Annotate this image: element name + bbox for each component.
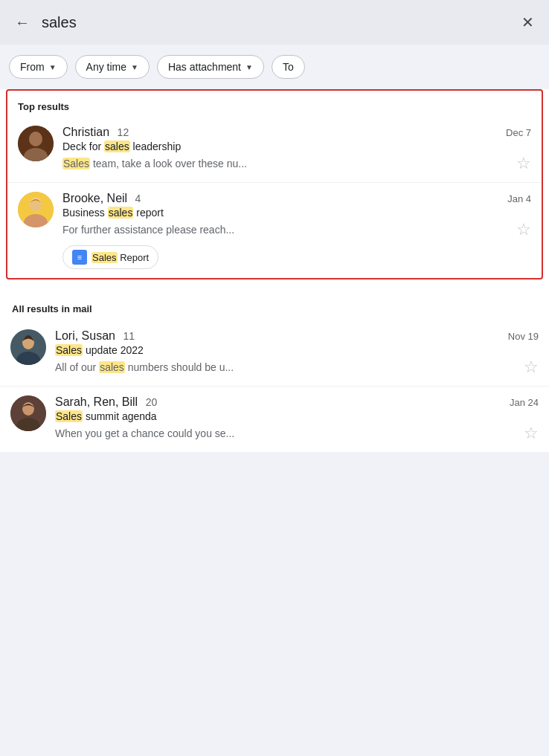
mail-date: Jan 24 xyxy=(510,397,539,408)
sender-info: Sarah, Ren, Bill 20 xyxy=(55,395,157,409)
search-input[interactable] xyxy=(42,14,510,31)
mail-item-brooke-neil[interactable]: Brooke, Neil 4 Jan 4 Business sales repo… xyxy=(7,183,542,278)
mail-subject: Deck for sales leadership xyxy=(62,140,531,152)
mail-subject: Sales summit agenda xyxy=(55,410,539,422)
sender-row: Christian 12 Dec 7 xyxy=(62,126,531,139)
message-count: 11 xyxy=(123,330,135,342)
mail-body-lori: Lori, Susan 11 Nov 19 Sales update 2022 … xyxy=(55,329,539,377)
avatar-lori xyxy=(10,329,46,365)
attachment-chip[interactable]: ≡ Sales Report xyxy=(62,245,158,269)
mail-subject: Sales update 2022 xyxy=(55,344,539,356)
star-button[interactable]: ☆ xyxy=(516,220,531,239)
back-button[interactable]: ← xyxy=(12,11,33,34)
mail-date: Jan 4 xyxy=(507,193,531,204)
sender-info: Lori, Susan 11 xyxy=(55,329,135,343)
mail-preview: All of our sales numbers should be u... xyxy=(55,361,524,373)
avatar-lori-svg xyxy=(10,329,46,365)
chevron-down-icon: ▼ xyxy=(245,63,253,71)
mail-item-christian[interactable]: Christian 12 Dec 7 Deck for sales leader… xyxy=(7,117,542,183)
sender-name: Brooke, Neil xyxy=(62,192,127,204)
mail-body-sarah: Sarah, Ren, Bill 20 Jan 24 Sales summit … xyxy=(55,395,539,443)
mail-date: Nov 19 xyxy=(508,331,539,342)
attachment-label: Sales Report xyxy=(92,252,149,263)
clear-button[interactable]: ✕ xyxy=(518,10,537,34)
message-count: 12 xyxy=(118,126,129,138)
sender-info: Christian 12 xyxy=(62,126,129,139)
sender-name: Sarah, Ren, Bill xyxy=(55,395,138,408)
mail-preview: When you get a chance could you se... xyxy=(55,427,524,439)
header: ← ✕ xyxy=(0,0,549,45)
filter-to[interactable]: To xyxy=(272,55,305,79)
sender-row: Sarah, Ren, Bill 20 Jan 24 xyxy=(55,395,539,409)
filter-anytime[interactable]: Any time ▼ xyxy=(75,55,150,79)
mail-item-lori-susan[interactable]: Lori, Susan 11 Nov 19 Sales update 2022 … xyxy=(0,320,549,387)
filter-has-attachment[interactable]: Has attachment ▼ xyxy=(157,55,264,79)
chevron-down-icon: ▼ xyxy=(131,63,138,71)
mail-preview: Sales team, take a look over these nu... xyxy=(62,158,516,169)
chevron-down-icon: ▼ xyxy=(49,63,57,71)
attachment-doc-icon: ≡ xyxy=(72,250,87,265)
avatar-brooke xyxy=(18,192,54,227)
star-button[interactable]: ☆ xyxy=(516,154,531,173)
filter-from-label: From xyxy=(20,61,45,73)
filter-from[interactable]: From ▼ xyxy=(9,55,68,79)
mail-preview: For further assistance please reach... xyxy=(62,224,516,236)
mail-subject: Business sales report xyxy=(62,207,531,219)
filter-attachment-label: Has attachment xyxy=(168,61,241,73)
all-results-header: All results in mail xyxy=(0,291,549,320)
filter-bar: From ▼ Any time ▼ Has attachment ▼ To xyxy=(0,45,549,89)
mail-date: Dec 7 xyxy=(506,127,531,138)
all-results-section: All results in mail Lori, Susan 11 Nov 1… xyxy=(0,288,549,452)
message-count: 4 xyxy=(135,193,141,204)
avatar-brooke-svg xyxy=(18,192,54,227)
avatar-sarah-svg xyxy=(10,395,46,431)
sender-name: Christian xyxy=(62,126,109,138)
mail-item-sarah-ren-bill[interactable]: Sarah, Ren, Bill 20 Jan 24 Sales summit … xyxy=(0,387,549,452)
sender-row: Lori, Susan 11 Nov 19 xyxy=(55,329,539,343)
attachment-row: ≡ Sales Report xyxy=(62,245,531,269)
star-button[interactable]: ☆ xyxy=(524,358,539,377)
top-results-section: Top results Christian 12 Dec 7 xyxy=(6,89,543,280)
filter-to-label: To xyxy=(283,61,294,73)
mail-body-christian: Christian 12 Dec 7 Deck for sales leader… xyxy=(62,126,531,173)
svg-point-5 xyxy=(30,201,42,211)
sender-name: Lori, Susan xyxy=(55,329,115,342)
sender-info: Brooke, Neil 4 xyxy=(62,192,141,205)
sender-row: Brooke, Neil 4 Jan 4 xyxy=(62,192,531,205)
top-results-header: Top results xyxy=(7,91,542,117)
avatar-sarah xyxy=(10,395,46,431)
filter-anytime-label: Any time xyxy=(86,61,126,73)
avatar-christian xyxy=(18,126,54,161)
star-button[interactable]: ☆ xyxy=(524,424,539,443)
avatar-christian-svg xyxy=(18,126,54,161)
svg-point-1 xyxy=(29,132,42,146)
mail-body-brooke: Brooke, Neil 4 Jan 4 Business sales repo… xyxy=(62,192,531,269)
message-count: 20 xyxy=(146,396,158,408)
